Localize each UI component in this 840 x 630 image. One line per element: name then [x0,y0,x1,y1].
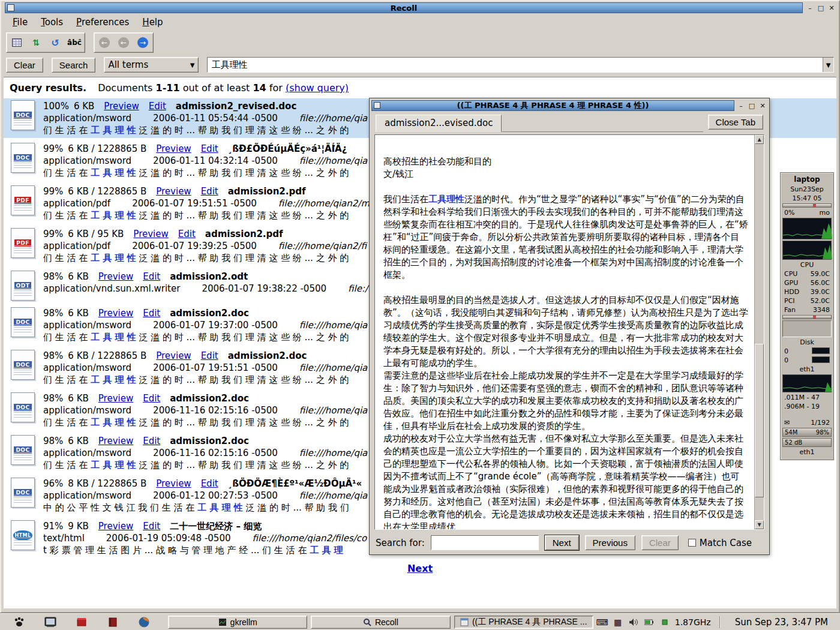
firefox-icon[interactable] [128,615,160,629]
edit-link[interactable]: Edit [143,308,160,319]
edit-link[interactable]: Edit [201,143,218,154]
menu-preferences[interactable]: Preferences [71,16,134,29]
menu-tools[interactable]: Tools [35,16,68,29]
volume-icon[interactable] [628,617,639,628]
preview-link[interactable]: Preview [156,350,191,361]
file-type-badge: DOC [14,319,31,326]
doc-paragraph-1: 我们生活在工具理性泛滥的时代。作为“世之显学”的诸种以“事实”与“价值”的二分为… [383,193,748,281]
preview-link[interactable]: Preview [98,521,133,532]
sort-icon[interactable]: ⇅ [27,34,45,51]
file-type-badge: DOC [14,154,31,161]
result-url: file:///home/qia [299,362,368,373]
preview-link[interactable]: Preview [98,393,133,404]
search-for-label: Search for: [376,538,425,548]
preview-link[interactable]: Preview [98,271,133,282]
preview-link[interactable]: Preview [156,143,191,154]
next-page-icon[interactable]: → [134,34,152,51]
snippet-post: 泛 滥 的 时 ... 帮 助 我 们 理 清 这 些 纷 ... 之 外 的 [136,167,349,178]
query-history-dropdown-icon[interactable]: ▼ [823,58,833,72]
edit-link[interactable]: Edit [143,271,160,282]
menu-help[interactable]: Help [137,16,168,29]
find-clear-button[interactable]: Clear [641,535,679,550]
preview-scrollbar[interactable]: ▲ ▼ [754,135,764,529]
term-mode-select[interactable]: All terms ▼ [104,57,199,73]
clear-button[interactable]: Clear [6,58,43,73]
preview-link[interactable]: Preview [133,229,168,239]
scrollbar-thumb[interactable] [755,344,764,497]
table-view-icon[interactable] [8,34,26,51]
edit-link[interactable]: Edit [201,350,218,361]
preview-link[interactable]: Preview [98,308,133,319]
file-type-badge: DOC [14,112,31,119]
spellcheck-icon[interactable]: âbĉ [65,34,83,51]
first-page-icon[interactable]: ← [95,34,113,51]
result-filename: ¸ßÖÐÖÆ¶È£º¹«Æ½ÐÔµÄ¹« [228,478,362,489]
curved-arrow-icon[interactable]: ↺ [46,34,64,51]
preview-window-menu-icon[interactable] [374,102,380,109]
next-results-link[interactable]: Next [407,563,433,574]
menu-file[interactable]: File [7,16,33,29]
preview-content[interactable]: 高校招生的社会功能和目的 文/钱江 我们生活在工具理性泛滥的时代。作为“世之显学… [374,134,764,530]
preview-minimize-icon[interactable]: – [736,101,746,110]
preview-titlebar[interactable]: ((工 PHRASE 4 具 PHRASE 4 理 PHRASE 4 性)) [371,100,734,111]
package-icon[interactable] [66,615,97,629]
edit-link[interactable]: Edit [143,436,160,446]
search-input[interactable] [208,58,823,72]
relevance-percent: 99% [43,186,63,197]
edit-link[interactable]: Edit [143,521,160,532]
edit-link[interactable]: Edit [143,393,160,404]
preview-close-icon[interactable]: ✕ [758,101,767,110]
close-icon[interactable]: ✕ [827,4,836,13]
battery-icon[interactable] [644,617,655,628]
preview-link[interactable]: Preview [156,186,191,197]
taskbar-item-recoll[interactable]: Recoll [311,616,450,629]
scroll-up-icon[interactable]: ▲ [755,135,764,144]
snippet-term: 工 具 理 [310,545,343,556]
main-titlebar[interactable]: Recoll [5,2,803,13]
snippet-term: 工 具 理 性 [91,332,136,343]
preview-tab[interactable]: admission2...evised.doc [376,115,502,132]
result-date: 2006-01-07 19:38:22 -0500 [202,283,326,294]
show-query-link[interactable]: (show query) [286,82,349,94]
result-url: file:///home/qian2/m [278,198,370,209]
maximize-icon[interactable]: □ [816,4,826,13]
match-case-checkbox[interactable] [688,539,696,547]
taskbar-item-preview[interactable]: ((工 PHRASE 4 具 PHRASE ... [454,616,593,629]
file-size: 6 KB [68,271,88,282]
snippet-post: 泛 滥 的 时 ... 帮 助 我 们 理 清 这 些 纷 ... 之 外 的 [136,417,349,428]
minimize-icon[interactable]: – [805,4,815,13]
net-tx-value: .906M - 19 [784,403,820,410]
snippet-pre: t 彩 票 管 理 生 活 图 片 ... 战 略 与 管 理 地 产 经 ..… [43,545,310,556]
edit-link[interactable]: Edit [149,101,166,112]
gkrellm-cpu-label: CPU [782,261,832,269]
find-input[interactable] [431,535,539,550]
workspace-grid-icon[interactable]: ▦ [613,617,623,628]
close-tab-button[interactable]: Close Tab [708,115,763,130]
preview-link[interactable]: Preview [104,101,139,112]
book-icon[interactable] [97,615,128,629]
scroll-down-icon[interactable]: ▼ [755,520,764,529]
find-previous-button[interactable]: Previous [585,535,635,550]
prev-page-icon[interactable]: ← [115,34,133,51]
window-menu-icon[interactable] [7,4,14,11]
taskbar-item-gkrellm[interactable]: gkrellm [168,616,307,629]
edit-link[interactable]: Edit [201,186,218,197]
search-button[interactable]: Search [52,58,96,73]
xfce-paw-icon[interactable] [4,615,35,629]
terminal-icon[interactable] [35,615,66,629]
keyboard-layout-icon[interactable]: ⌨ [597,617,608,628]
pdf-file-icon: PDF [11,185,35,215]
doc-title: 高校招生的社会功能和目的 [383,155,748,168]
volume-value: 52 dB [785,439,802,446]
edit-link[interactable]: Edit [178,229,196,239]
taskbar-clock[interactable]: Sun Sep 23, 3:47 PM [729,617,834,628]
results-header-title: Query results. [10,82,86,94]
preview-link[interactable]: Preview [156,478,191,489]
gkrellm-net-bottom-label: eth1 [782,448,832,456]
result-mimetype: application/msword [43,448,131,458]
preview-link[interactable]: Preview [98,436,133,446]
edit-link[interactable]: Edit [201,478,218,489]
find-next-button[interactable]: Next [545,535,579,550]
preview-maximize-icon[interactable]: □ [747,101,757,110]
doc-file-icon: DOC [11,478,35,508]
